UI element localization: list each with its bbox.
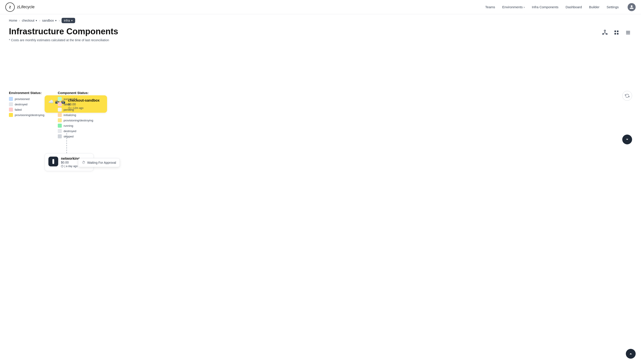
topology-view-button[interactable]	[601, 28, 609, 36]
comp-initializing-swatch	[58, 113, 62, 117]
breadcrumb-sandbox[interactable]: sandbox ▼	[42, 19, 57, 22]
breadcrumb-home[interactable]: Home	[9, 19, 17, 22]
comp-legend-item-4: initializing	[58, 113, 93, 117]
comp-legend-item-2: failed	[58, 102, 93, 106]
comp-pending-swatch	[58, 108, 62, 112]
env-legend: Environment Status: provisioned destroye…	[9, 91, 44, 140]
svg-rect-10	[626, 31, 630, 32]
comp-legend-item-6: running	[58, 124, 93, 128]
comp-successful-swatch	[58, 97, 62, 101]
navbar: Z zLifecycle Teams Environments › Infra …	[0, 0, 641, 14]
env-legend-item-4: provisioning/destroying	[9, 113, 44, 117]
chevron-right-icon: ›	[523, 5, 525, 9]
comp-legend-item-1: successful	[58, 97, 93, 101]
breadcrumb-sep-3: ›	[59, 19, 60, 22]
comp-provisioning-swatch	[58, 118, 62, 122]
nav-teams[interactable]: Teams	[485, 5, 495, 9]
nav-settings[interactable]: Settings	[607, 5, 619, 9]
networking-card-icon	[48, 156, 58, 166]
tooltip-icon: ⏱	[82, 160, 85, 164]
comp-legend-item-5: provisioning/destroying	[58, 118, 93, 122]
page-title: Infrastructure Components	[9, 27, 118, 36]
page-content: Infrastructure Components	[0, 27, 641, 189]
svg-rect-7	[617, 30, 618, 32]
comp-legend-title: Component Status:	[58, 91, 93, 95]
legend-container: Environment Status: provisioned destroye…	[9, 91, 632, 140]
comp-failed-swatch	[58, 102, 62, 106]
nav-infra-components[interactable]: Infra Components	[532, 5, 558, 9]
cost-note: * Costs are monthly estimates calculated…	[9, 38, 632, 42]
comp-legend-item-8: skipped	[58, 134, 93, 138]
nav-environments[interactable]: Environments ›	[502, 5, 525, 9]
user-avatar[interactable]	[628, 3, 636, 11]
svg-rect-6	[614, 30, 616, 32]
comp-skipped-swatch	[58, 134, 62, 138]
comp-legend-item-7: destroyed	[58, 129, 93, 133]
diagram-area: ☁️ 🗃️ 🗃️ checkout-sandbox $0.00 | 12m ag…	[9, 91, 632, 180]
svg-rect-17	[52, 160, 54, 162]
comp-legend: Component Status: successful failed pend…	[58, 91, 93, 140]
nav-builder[interactable]: Builder	[589, 5, 599, 9]
svg-rect-9	[617, 33, 618, 34]
comp-destroyed-swatch	[58, 129, 62, 133]
breadcrumb-checkout[interactable]: checkout ▼	[22, 19, 38, 22]
env-destroyed-swatch	[9, 102, 13, 106]
logo-text: Z	[9, 5, 11, 9]
svg-rect-0	[604, 30, 605, 31]
nav-links: Teams Environments › Infra Components Da…	[485, 3, 636, 11]
svg-rect-8	[614, 33, 616, 34]
env-legend-item-3: failed	[9, 108, 44, 112]
svg-rect-18	[52, 162, 54, 163]
env-legend-title: Environment Status:	[9, 91, 44, 95]
infra-dropdown-icon: ▼	[71, 20, 73, 22]
env-legend-item-1: provisioned	[9, 97, 44, 101]
checkout-dropdown-icon: ▼	[35, 20, 38, 22]
breadcrumb-sep-2: ›	[39, 19, 40, 22]
svg-rect-11	[626, 32, 630, 33]
comp-running-swatch	[58, 124, 62, 128]
env-failed-swatch	[9, 108, 13, 112]
sandbox-dropdown-icon: ▼	[55, 20, 57, 22]
brand-link[interactable]: Z zLifecycle	[5, 2, 35, 12]
svg-rect-12	[626, 34, 630, 34]
comp-legend-item-3: pending	[58, 108, 93, 112]
page-header: Infrastructure Components	[9, 27, 632, 36]
grid-view-button[interactable]	[612, 28, 620, 36]
logo: Z	[5, 2, 15, 12]
waiting-tooltip: ⏱ Waiting For Approval	[78, 158, 120, 167]
breadcrumb-sep-1: ›	[19, 19, 20, 22]
brand-name: zLifecycle	[17, 5, 35, 9]
env-provisioned-swatch	[9, 97, 13, 101]
env-legend-item-2: destroyed	[9, 102, 44, 106]
breadcrumb-infra[interactable]: infra ▼	[62, 18, 75, 23]
tooltip-text: Waiting For Approval	[87, 161, 116, 164]
breadcrumb: Home › checkout ▼ › sandbox ▼ › infra ▼	[0, 14, 641, 27]
env-provisioning-swatch	[9, 113, 13, 117]
nav-dashboard[interactable]: Dashboard	[566, 5, 582, 9]
list-view-button[interactable]	[624, 28, 632, 36]
header-icons	[601, 27, 632, 36]
